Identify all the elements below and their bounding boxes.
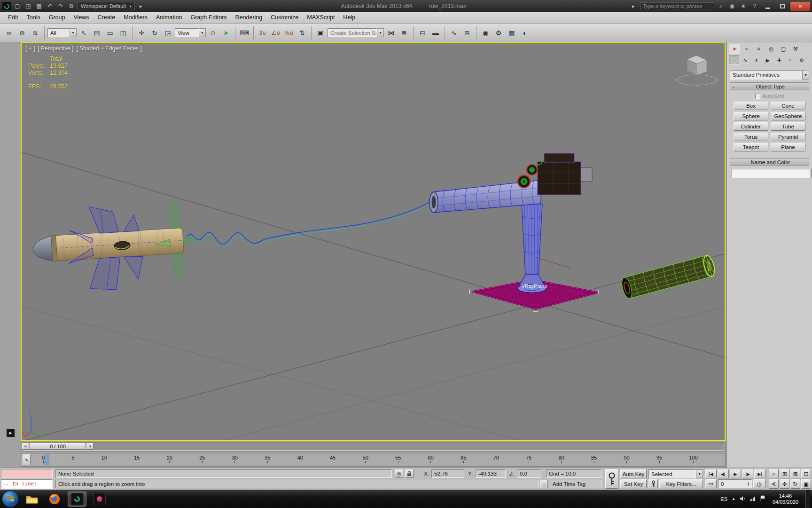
view-cube[interactable] bbox=[674, 56, 719, 87]
z-coordinate-field[interactable]: 0,0 bbox=[517, 469, 541, 478]
start-button[interactable] bbox=[2, 491, 19, 508]
maximize-button[interactable] bbox=[776, 2, 789, 11]
category-helpers[interactable]: ✚ bbox=[774, 56, 784, 65]
category-spacewarps[interactable]: ≈ bbox=[785, 56, 796, 65]
taskbar-clock[interactable]: 14:46 04/09/2020 bbox=[770, 493, 801, 505]
sphere-button[interactable]: Sphere bbox=[734, 112, 768, 120]
render-production-button[interactable]: ◐ bbox=[519, 27, 531, 39]
edit-named-selection-sets-button[interactable]: ▣ bbox=[314, 27, 327, 39]
spinner-snap-toggle[interactable]: ⇅ bbox=[296, 27, 308, 39]
select-and-manipulate-button[interactable]: ➤ bbox=[220, 27, 232, 39]
select-and-link-button[interactable]: ∞ bbox=[3, 27, 15, 39]
action-center-flag-icon[interactable] bbox=[760, 495, 765, 503]
selection-filter-dropdown[interactable]: All ▾ bbox=[47, 28, 77, 37]
selected-set-dropdown[interactable]: Selected ▾ bbox=[648, 469, 703, 478]
unlink-selection-button[interactable]: ⊘ bbox=[16, 27, 28, 39]
select-object-button[interactable]: ↖ bbox=[78, 27, 90, 39]
hidden-icons-button[interactable]: ▲ bbox=[732, 497, 735, 501]
object-type-rollout-header[interactable]: - Object Type bbox=[730, 82, 809, 90]
network-icon[interactable] bbox=[750, 495, 756, 503]
select-and-scale-button[interactable]: ◲ bbox=[162, 27, 174, 39]
box-button[interactable]: Box bbox=[734, 102, 768, 110]
infocenter-search-button[interactable]: ⌕ bbox=[716, 1, 726, 11]
set-keys-button[interactable] bbox=[605, 469, 618, 489]
zoom-extents-all-button[interactable]: ⊡ bbox=[801, 469, 811, 478]
help-button[interactable]: ? bbox=[750, 1, 759, 11]
viewport-pov-menu[interactable]: [ Perspective ] bbox=[38, 45, 73, 52]
select-and-move-button[interactable]: ✛ bbox=[135, 27, 148, 39]
viewport-3d-scene[interactable]: z x y VRayPlane bbox=[22, 43, 725, 440]
category-cameras[interactable]: ▶ bbox=[763, 56, 773, 65]
key-filters-button[interactable]: Key Filters... bbox=[659, 479, 703, 488]
taskbar-app-4-button[interactable] bbox=[90, 492, 109, 507]
time-slider-handle[interactable]: 0 / 100 bbox=[30, 443, 86, 450]
frame-spinner[interactable]: ▴▾ bbox=[748, 482, 749, 486]
current-frame-field[interactable]: 0 ▴▾ bbox=[718, 479, 752, 488]
application-menu-button[interactable] bbox=[2, 1, 11, 11]
zoom-extents-button[interactable]: ⊠ bbox=[790, 469, 800, 478]
menu-group[interactable]: Group bbox=[45, 12, 70, 23]
next-frame-button[interactable]: |▶ bbox=[742, 469, 753, 478]
menu-rendering[interactable]: Rendering bbox=[231, 12, 267, 23]
render-setup-button[interactable]: ⚙ bbox=[492, 27, 505, 39]
save-file-button[interactable]: ▦ bbox=[34, 1, 44, 11]
select-and-rotate-button[interactable]: ↻ bbox=[148, 27, 161, 39]
pyramid-button[interactable]: Pyramid bbox=[771, 133, 805, 141]
window-crossing-toggle[interactable]: ◫ bbox=[117, 27, 129, 39]
close-button[interactable]: × bbox=[790, 2, 810, 11]
infocenter-search-input[interactable] bbox=[640, 2, 714, 10]
add-time-tag-field[interactable]: Add Time Tag bbox=[550, 480, 601, 488]
menu-maxscript[interactable]: MAXScript bbox=[303, 12, 339, 23]
maxscript-listener-pink[interactable] bbox=[1, 469, 53, 478]
snap-toggle-3d[interactable]: 3∪ bbox=[257, 27, 269, 39]
previous-frame-button[interactable]: ◀| bbox=[718, 469, 729, 478]
communication-center-button[interactable]: ◌ bbox=[540, 480, 548, 488]
use-pivot-center-button[interactable]: ⊙ bbox=[207, 27, 219, 39]
auto-key-button[interactable]: Auto Key bbox=[620, 469, 647, 478]
viewport-layout-tabs-button[interactable]: ▶ bbox=[7, 429, 15, 437]
time-slider-track[interactable] bbox=[22, 444, 724, 451]
taskbar-explorer-button[interactable] bbox=[23, 492, 41, 507]
plane-button[interactable]: Plane bbox=[771, 143, 805, 151]
material-editor-button[interactable]: ◉ bbox=[479, 27, 492, 39]
geosphere-button[interactable]: GeoSphere bbox=[771, 112, 805, 120]
workspace-arrow-button[interactable]: ▸ bbox=[136, 1, 146, 11]
tab-create[interactable]: ➤ bbox=[729, 44, 740, 54]
schematic-view-button[interactable]: ⊞ bbox=[461, 27, 473, 39]
undo-button[interactable]: ↶ bbox=[45, 1, 55, 11]
named-selection-dropdown[interactable]: Create Selection Se ▾ bbox=[328, 28, 384, 37]
missile-object[interactable] bbox=[31, 200, 200, 295]
favorites-button[interactable]: ★ bbox=[739, 1, 748, 11]
isolate-selection-toggle[interactable]: ◎ bbox=[395, 469, 403, 478]
tab-utilities[interactable]: ⚒ bbox=[790, 44, 801, 54]
tab-hierarchy[interactable]: ⌗ bbox=[753, 44, 765, 54]
spare-tube-object[interactable] bbox=[620, 254, 716, 300]
menu-edit[interactable]: Edit bbox=[4, 12, 23, 23]
menu-graph-editors[interactable]: Graph Editors bbox=[186, 12, 231, 23]
select-by-name-button[interactable]: ▤ bbox=[91, 27, 103, 39]
rendered-frame-window-button[interactable]: ▦ bbox=[506, 27, 518, 39]
maximize-viewport-toggle[interactable]: ▣ bbox=[801, 479, 811, 489]
viewport-general-menu[interactable]: [ + ] bbox=[25, 45, 35, 52]
launcher-tripod-object[interactable] bbox=[518, 204, 570, 293]
tab-display[interactable]: ▢ bbox=[778, 44, 789, 54]
reference-coordinate-dropdown[interactable]: View ▾ bbox=[175, 28, 206, 37]
play-animation-button[interactable]: ▶ bbox=[730, 469, 741, 478]
maxscript-listener-white[interactable]: -- In line: bbox=[1, 479, 53, 489]
orbit-button[interactable]: ↻ bbox=[790, 479, 800, 489]
project-folder-button[interactable]: ⧉ bbox=[67, 1, 76, 11]
mirror-button[interactable]: ⋈ bbox=[385, 27, 397, 39]
minimize-button[interactable] bbox=[761, 2, 774, 11]
tab-modify[interactable]: ⌁ bbox=[741, 44, 752, 54]
bind-to-spacewarp-button[interactable]: ≋ bbox=[29, 27, 41, 39]
rectangular-selection-button[interactable]: ▭ bbox=[104, 27, 116, 39]
selection-lock-toggle[interactable] bbox=[405, 469, 414, 478]
next-frame-slider-button[interactable]: > bbox=[86, 443, 94, 450]
redo-button[interactable]: ↷ bbox=[56, 1, 65, 11]
align-button[interactable]: ≣ bbox=[398, 27, 410, 39]
zoom-viewport-button[interactable]: ⌕ bbox=[769, 469, 779, 478]
cone-button[interactable]: Cone bbox=[771, 102, 805, 110]
show-desktop-button[interactable] bbox=[805, 490, 810, 508]
set-key-icon-button[interactable] bbox=[648, 479, 658, 488]
taskbar-3dsmax-button[interactable] bbox=[68, 492, 86, 507]
